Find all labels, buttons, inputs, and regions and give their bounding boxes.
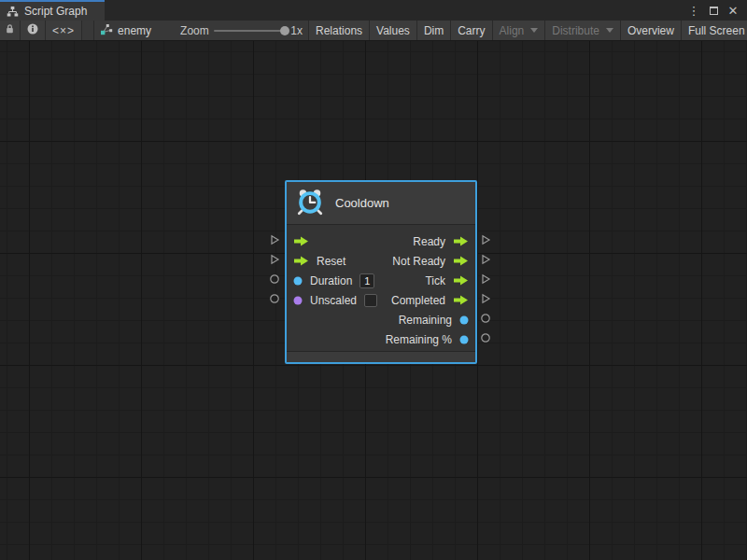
flow-out-port-icon[interactable] [453,275,469,286]
node-title: Cooldown [335,196,389,210]
window-menu-icon[interactable]: ⋮ [687,3,700,18]
port-label-not-ready: Not Ready [392,255,445,268]
dim-label: Dim [424,24,444,37]
lock-icon [5,23,15,37]
value-out-port-icon[interactable] [459,335,469,344]
flow-out-port-icon[interactable] [453,256,469,266]
relations-button[interactable]: Relations [309,21,370,40]
lock-button[interactable] [0,21,21,40]
align-button: Align [493,21,546,40]
values-button[interactable]: Values [370,21,417,40]
port-label-reset: Reset [317,255,345,268]
values-label: Values [376,24,410,37]
script-graph-window: Script Graph ⋮ ✕ [0,0,747,560]
node-row: Ready [287,231,475,251]
carry-button[interactable]: Carry [451,21,492,40]
titlebar-spacer [105,0,687,21]
toolbar-gap [82,21,94,40]
fullscreen-label: Full Screen [688,24,745,37]
zoom-slider[interactable] [214,30,287,32]
chevron-down-icon [606,28,613,33]
info-icon [27,23,38,37]
port-label-unscaled: Unscaled [310,294,357,307]
external-value-port-icon[interactable] [269,293,280,304]
node-body: Ready Reset Not Ready [287,225,475,351]
graph-toolbar: <×> enemy Zoom 1x Relations Values Dim C… [0,21,747,41]
graph-canvas[interactable]: Cooldown Ready Reset [0,41,747,560]
graph-context-segment: enemy Zoom 1x [94,21,309,40]
value-out-port-icon[interactable] [459,315,469,325]
overview-label: Overview [627,24,674,37]
external-flow-port-icon[interactable] [269,254,280,265]
value-in-port-icon[interactable] [293,276,303,286]
chevron-down-icon [530,28,538,33]
tab-script-graph[interactable]: Script Graph [0,0,105,21]
node-row: Unscaled Completed [287,290,475,310]
flow-in-port-icon[interactable] [293,236,309,246]
cooldown-node[interactable]: Cooldown Ready Reset [285,180,477,364]
port-label-duration: Duration [310,274,352,287]
external-flow-port-icon[interactable] [480,234,491,245]
window-controls: ⋮ ✕ [687,0,747,21]
distribute-label: Distribute [552,24,599,37]
info-button[interactable] [21,21,46,40]
fullscreen-button[interactable]: Full Screen [682,21,747,40]
node-header[interactable]: Cooldown [287,182,475,225]
port-label-completed: Completed [391,294,445,307]
relations-label: Relations [316,24,362,37]
code-view-toggle-button[interactable]: <×> [46,21,82,40]
node-row: Duration 1 Tick [287,271,475,290]
flow-out-port-icon[interactable] [453,236,469,246]
window-close-icon[interactable]: ✕ [726,3,740,18]
node-row: Remaining [287,310,475,329]
external-value-port-icon[interactable] [480,332,491,343]
title-bar: Script Graph ⋮ ✕ [0,0,747,21]
overview-button[interactable]: Overview [621,21,682,40]
carry-label: Carry [458,24,485,37]
zoom-value: 1x [290,24,303,37]
node-footer [287,351,475,362]
distribute-button: Distribute [545,21,621,40]
tab-title: Script Graph [24,5,87,18]
external-flow-port-icon[interactable] [480,254,491,265]
node-row: Remaining % [287,329,475,349]
flow-in-port-icon[interactable] [293,256,309,266]
port-label-remaining-pct: Remaining % [386,333,452,346]
script-graph-icon [7,6,19,18]
external-value-port-icon[interactable] [269,273,280,285]
unscaled-checkbox[interactable] [364,294,377,307]
port-label-ready: Ready [413,235,445,248]
alarm-clock-icon [296,188,324,218]
dim-button[interactable]: Dim [417,21,451,40]
graph-network-icon[interactable] [100,23,113,38]
graph-breadcrumb[interactable]: enemy [118,24,151,37]
window-maximize-icon[interactable] [707,3,720,18]
port-label-remaining: Remaining [399,314,452,327]
external-flow-port-icon[interactable] [269,234,280,245]
maximize-glyph [710,7,718,15]
align-label: Align [500,24,525,37]
value-in-port-icon[interactable] [293,296,303,305]
external-flow-port-icon[interactable] [480,273,491,285]
node-row: Reset Not Ready [287,251,475,271]
code-view-icon: <×> [52,24,75,37]
zoom-label: Zoom [180,24,209,37]
duration-value-field[interactable]: 1 [359,273,374,288]
flow-out-port-icon[interactable] [453,295,469,305]
external-flow-port-icon[interactable] [480,293,491,304]
external-value-port-icon[interactable] [480,313,491,324]
port-label-tick: Tick [425,274,445,287]
zoom-slider-handle[interactable] [280,26,289,35]
